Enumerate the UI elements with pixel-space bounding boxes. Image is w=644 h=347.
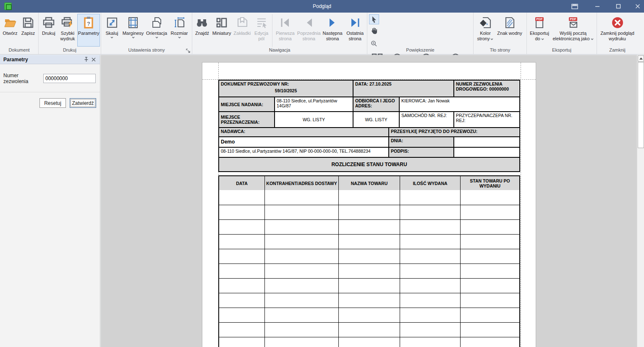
table-cell [264,249,338,264]
date-label-cell: DNIA: [388,137,453,147]
table-cell [400,190,460,205]
export-to-button[interactable]: PDF Eksportuj do [528,14,551,47]
printer-icon [42,16,55,29]
permit-number-label: Numer zezwolenia [3,73,43,84]
save-button[interactable]: Zapisz [19,14,37,47]
group-label-powiekszenie: Powiększenie [367,47,473,54]
save-icon [21,16,35,29]
vehicle-cell: SAMOCHÓD NR. REJ: [399,112,453,127]
margin-guide-right [521,63,521,347]
minimize-button[interactable] [591,0,604,13]
table-cell [219,293,264,308]
next-page-icon [326,16,339,29]
permit-number-input[interactable] [43,74,96,83]
last-page-button[interactable]: Ostatnia strona [344,14,366,47]
first-page-button[interactable]: Pierwsza strona [274,14,297,47]
column-header: NAZWA TOWARU [338,176,400,190]
transport-document: DOKUMENT PRZEWOZOWY NR: 59/10/2025 DATA:… [218,80,520,172]
close-preview-button[interactable]: Zamknij podgląd wydruku [598,14,637,47]
table-cell [400,279,460,293]
accepted-label-cell: PRZESYŁKĘ PRZYJĘTO DO PRZEWOZU: [388,128,519,136]
table-cell [460,264,519,278]
table-cell [264,220,338,234]
reset-button[interactable]: Resetuj [39,98,66,108]
email-pdf-icon: PDF [566,16,580,29]
group-label-tlo: Tło strony [474,47,526,54]
table-row [219,190,519,205]
table-cell [264,205,338,219]
hand-tool-button[interactable] [369,26,379,36]
watermark-button[interactable]: Znak wodny [496,14,523,47]
scroll-up-button[interactable] [638,55,644,62]
table-cell [264,190,338,205]
document-page: DOKUMENT PRZEWOZOWY NR: 59/10/2025 DATA:… [202,62,536,347]
table-cell [338,205,400,219]
size-button[interactable]: Rozmiar [169,14,190,47]
send-email-button[interactable]: PDF Wyślij pocztą elektroniczną jako [551,14,595,47]
bookmark-icon [236,16,249,29]
pin-icon[interactable] [82,56,90,63]
page-color-button[interactable]: Kolor strony [474,14,496,47]
scrollbar-thumb[interactable] [638,62,644,148]
dialog-launcher-icon[interactable] [186,49,191,53]
table-cell [219,205,264,219]
table-cell [264,235,338,249]
export-pdf-icon: PDF [533,16,546,29]
group-label-dokument: Dokument [0,47,38,54]
signature-label-cell: PODPIS: [388,148,453,157]
margins-button[interactable]: Marginesy [122,14,144,47]
thumbnails-button[interactable]: Miniatury [211,14,233,47]
maximize-button[interactable] [612,0,625,13]
parameters-button[interactable]: ? Parametry [77,14,100,47]
size-icon [173,16,186,29]
next-page-button[interactable]: Następna strona [321,14,344,47]
table-row [219,293,519,308]
orientation-icon [150,16,163,29]
destination-value-cell: WG. LISTY [274,112,353,127]
table-cell [338,337,400,347]
table-cell [264,279,338,293]
ribbon-toggle-icon[interactable] [568,0,581,13]
table-cell [460,293,519,308]
scale-button[interactable]: Skaluj [102,14,122,47]
table-cell [400,205,460,219]
goods-table: DATA KONTRAHENT/ADRES DOSTAWY NAZWA TOWA… [218,175,520,347]
goods-table-body [219,190,519,347]
print-button[interactable]: Drukuj [39,14,58,47]
group-label-eksportuj: Eksportuj [527,47,597,54]
table-cell [338,308,400,322]
window-title: Podgląd [0,3,644,9]
table-cell [338,293,400,308]
orientation-button[interactable]: Orientacja [144,14,169,47]
open-button[interactable]: Otwórz [1,14,19,47]
table-cell [338,249,400,264]
find-button[interactable]: Znajdź [193,14,211,47]
vertical-scrollbar[interactable] [637,55,644,347]
table-cell [264,308,338,322]
previous-page-button[interactable]: Poprzednia strona [296,14,321,47]
panel-close-icon[interactable] [90,56,97,63]
table-cell [400,293,460,308]
sender-address-cell: 08-110 Siedlce, ul.Partyzantów 14G/87, N… [219,148,388,157]
confirm-button[interactable]: Zatwierdź [70,98,96,108]
group-label-nawigacja: Nawigacja [192,47,367,54]
preview-area[interactable]: DOKUMENT PRZEWOZOWY NR: 59/10/2025 DATA:… [101,55,637,347]
binoculars-icon [195,16,209,29]
close-button[interactable] [631,0,644,13]
group-nawigacja: Znajdź Miniatury Zakładki Edycja pól [192,13,367,54]
close-preview-icon [611,16,624,29]
table-cell [338,323,400,337]
edit-fields-button[interactable]: Edycja pól [252,14,271,47]
quick-print-button[interactable]: Szybki wydruk [58,14,78,47]
pointer-tool-button[interactable] [369,14,379,24]
parameters-panel-header: Parametry [0,55,100,64]
page-color-icon [479,16,492,29]
destination-label-cell: MIEJSCE PRZEZNACZENIA: [219,112,274,127]
table-cell [338,190,400,205]
table-cell [219,323,264,337]
bookmarks-button[interactable]: Zakładki [232,14,252,47]
table-cell [400,249,460,264]
origin-value-cell: 08-110 Siedlce, ul.Partyzantów 14G/87 [274,97,353,111]
svg-text:?: ? [87,21,90,27]
thumbnails-icon [215,16,228,29]
